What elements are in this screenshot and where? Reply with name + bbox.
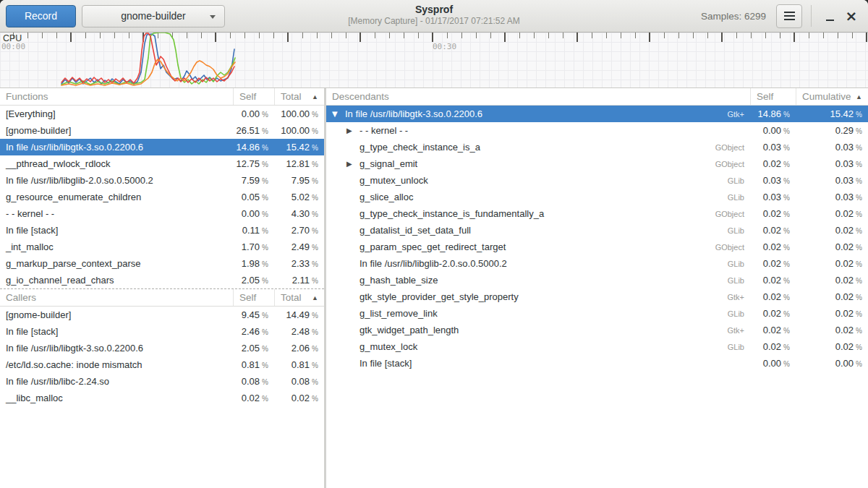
table-row[interactable]: g_hash_table_sizeGLib0.02%0.02%	[326, 272, 868, 288]
functions-section: Functions Self Total▲ [Everything]0.00%1…	[0, 88, 324, 288]
table-row[interactable]: g_mutex_lockGLib0.02%0.02%	[326, 338, 868, 355]
descendants-cumulative-column-header[interactable]: Cumulative▲	[796, 88, 868, 105]
table-row[interactable]: In file [stack]0.11%2.70%	[0, 222, 324, 239]
table-row[interactable]: In file [stack]0.00%0.00%	[326, 355, 868, 372]
library-tag: GLib	[728, 343, 750, 351]
table-row[interactable]: __pthread_rwlock_rdlock12.75%12.81%	[0, 155, 324, 172]
symbol-name: g_type_check_instance_is_fundamentally_a…	[326, 208, 750, 219]
table-row[interactable]: g_resource_enumerate_children0.05%5.02%	[0, 189, 324, 205]
functions-header: Functions Self Total▲	[0, 88, 324, 106]
table-row[interactable]: In file [stack]2.46%2.48%	[0, 323, 324, 340]
library-tag: GObject	[715, 243, 750, 252]
library-tag: GLib	[728, 276, 750, 285]
table-row[interactable]: In file /usr/lib/libglib-2.0.so.0.5000.2…	[0, 172, 324, 189]
library-tag: GLib	[728, 309, 750, 318]
symbol-name: g_list_remove_linkGLib	[326, 308, 750, 319]
functions-self-column-header[interactable]: Self	[233, 88, 274, 105]
expander-expanded-icon[interactable]: ▼	[332, 110, 345, 118]
sysprof-window: Record gnome-builder Sysprof [Memory Cap…	[0, 0, 868, 488]
table-row[interactable]: ▼In file /usr/lib/libgtk-3.so.0.2200.6Gt…	[326, 106, 868, 122]
library-tag: Gtk+	[727, 326, 750, 335]
callers-total-column-header[interactable]: Total▲	[274, 289, 324, 306]
timeline-start-label: 00:00	[1, 42, 25, 51]
table-row[interactable]: In file /usr/lib/libgtk-3.so.0.2200.62.0…	[0, 340, 324, 356]
percent-value: 0.02%	[750, 275, 796, 286]
table-row[interactable]: g_type_check_instance_is_aGObject0.03%0.…	[326, 139, 868, 155]
record-button[interactable]: Record	[6, 5, 76, 27]
table-row[interactable]: g_markup_parse_context_parse1.98%2.33%	[0, 255, 324, 272]
table-row[interactable]: __libc_malloc0.02%0.02%	[0, 390, 324, 406]
table-row[interactable]: _int_malloc1.70%2.49%	[0, 239, 324, 255]
library-tag: GLib	[728, 176, 750, 185]
table-row[interactable]: g_param_spec_get_redirect_targetGObject0…	[326, 239, 868, 255]
library-tag: Gtk+	[727, 110, 750, 119]
percent-value: 4.30%	[274, 208, 324, 219]
percent-value: 0.02%	[796, 275, 868, 286]
descendants-pane: Descendants Self Cumulative▲ ▼In file /u…	[326, 88, 868, 488]
symbol-name: In file [stack]	[0, 326, 233, 337]
expander-collapsed-icon[interactable]: ▶	[346, 160, 359, 168]
table-row[interactable]: g_datalist_id_set_data_fullGLib0.02%0.02…	[326, 222, 868, 239]
library-tag: GLib	[728, 260, 750, 268]
table-row[interactable]: g_io_channel_read_chars2.05%2.11%	[0, 272, 324, 288]
table-row[interactable]: gtk_widget_path_lengthGtk+0.02%0.02%	[326, 322, 868, 338]
functions-column-header[interactable]: Functions	[0, 88, 233, 105]
symbol-name: g_mutex_lockGLib	[326, 341, 750, 352]
percent-value: 0.03%	[796, 158, 868, 169]
expander-collapsed-icon[interactable]: ▶	[346, 127, 359, 134]
table-row[interactable]: [Everything]0.00%100.00%	[0, 106, 324, 122]
percent-value: 2.48%	[274, 326, 324, 337]
callers-header: Callers Self Total▲	[0, 289, 324, 307]
symbol-name: g_type_check_instance_is_aGObject	[326, 142, 750, 153]
left-pane: Functions Self Total▲ [Everything]0.00%1…	[0, 88, 324, 488]
samples-count: Samples: 6299	[701, 11, 776, 22]
symbol-name: __pthread_rwlock_rdlock	[0, 158, 233, 169]
symbol-name: In file [stack]	[326, 358, 750, 369]
descendants-column-header[interactable]: Descendants	[326, 88, 750, 105]
table-row[interactable]: /etc/ld.so.cache: inode mismatch0.81%0.8…	[0, 356, 324, 373]
table-row[interactable]: In file /usr/lib/libglib-2.0.so.0.5000.2…	[326, 255, 868, 272]
library-tag: GObject	[715, 210, 750, 218]
percent-value: 100.00%	[274, 125, 324, 136]
table-row[interactable]: gtk_style_provider_get_style_propertyGtk…	[326, 288, 868, 305]
descendants-self-column-header[interactable]: Self	[750, 88, 796, 105]
table-row[interactable]: ▶- - kernel - -0.00%0.29%	[326, 122, 868, 139]
percent-value: 0.02%	[796, 325, 868, 335]
percent-value: 0.11%	[233, 225, 274, 236]
main-area: Functions Self Total▲ [Everything]0.00%1…	[0, 88, 868, 488]
symbol-name: __libc_malloc	[0, 393, 233, 403]
minimize-button[interactable]	[819, 4, 841, 28]
menu-button[interactable]	[776, 4, 802, 28]
library-tag: Gtk+	[727, 293, 750, 301]
table-row[interactable]: In file /usr/lib/libgtk-3.so.0.2200.614.…	[0, 139, 324, 155]
process-selector-dropdown[interactable]: gnome-builder	[82, 5, 225, 27]
cpu-usage-curves	[0, 33, 868, 88]
percent-value: 0.02%	[750, 258, 796, 269]
percent-value: 0.02%	[796, 291, 868, 302]
symbol-name: g_slice_allocGLib	[326, 192, 750, 202]
cpu-orange-line	[61, 59, 235, 85]
functions-total-column-header[interactable]: Total▲	[274, 88, 324, 105]
hamburger-icon	[784, 12, 795, 20]
callers-self-column-header[interactable]: Self	[233, 289, 274, 306]
percent-value: 0.00%	[796, 358, 868, 369]
percent-value: 0.00%	[750, 358, 796, 369]
callers-column-header[interactable]: Callers	[0, 289, 233, 306]
sort-ascending-icon: ▲	[312, 294, 318, 301]
table-row[interactable]: [gnome-builder]9.45%14.49%	[0, 307, 324, 323]
table-row[interactable]: g_slice_allocGLib0.03%0.03%	[326, 189, 868, 205]
table-row[interactable]: [gnome-builder]26.51%100.00%	[0, 122, 324, 139]
close-button[interactable]: ×	[841, 4, 862, 28]
symbol-name: /etc/ld.so.cache: inode mismatch	[0, 359, 233, 370]
table-row[interactable]: ▶g_signal_emitGObject0.02%0.03%	[326, 155, 868, 172]
table-row[interactable]: g_type_check_instance_is_fundamentally_a…	[326, 205, 868, 222]
minimize-icon	[826, 20, 834, 21]
table-row[interactable]: g_list_remove_linkGLib0.02%0.02%	[326, 305, 868, 322]
table-row[interactable]: g_mutex_unlockGLib0.03%0.03%	[326, 172, 868, 189]
percent-value: 2.05%	[233, 343, 274, 354]
table-row[interactable]: In file /usr/lib/libc-2.24.so0.08%0.08%	[0, 373, 324, 390]
percent-value: 0.03%	[750, 175, 796, 186]
cpu-graph[interactable]: CPU 00:00 00:30	[0, 33, 868, 88]
table-row[interactable]: - - kernel - -0.00%4.30%	[0, 205, 324, 222]
symbol-name: g_markup_parse_context_parse	[0, 258, 233, 269]
